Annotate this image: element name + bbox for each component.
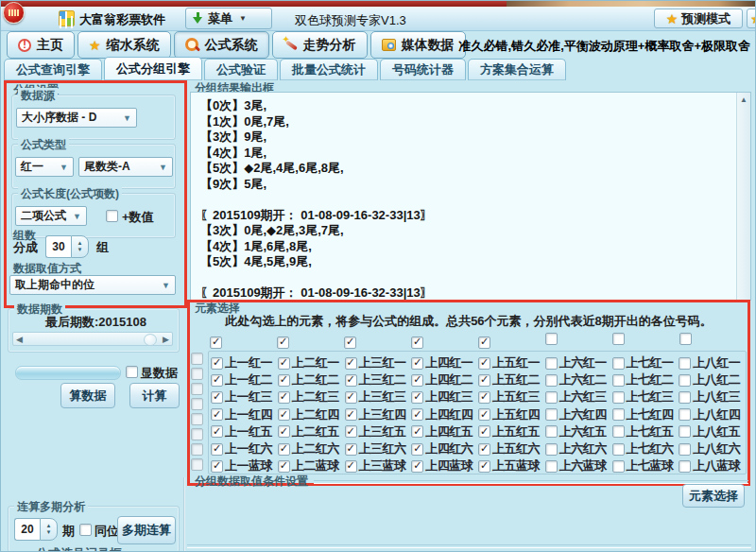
row-select-checkbox[interactable] bbox=[191, 398, 203, 410]
toolbar-item-media-data[interactable]: 媒体数据 bbox=[370, 31, 466, 59]
same-position-checkbox[interactable] bbox=[79, 524, 92, 536]
element-checkbox[interactable] bbox=[612, 391, 625, 404]
element-checkbox[interactable] bbox=[478, 391, 490, 404]
tab-number-statistics[interactable]: 号码统计器 bbox=[380, 59, 466, 80]
element-checkbox[interactable] bbox=[278, 460, 290, 473]
element-checkbox-item[interactable]: 上七红二 bbox=[612, 371, 679, 388]
element-checkbox-item[interactable]: 上八红一 bbox=[679, 354, 746, 371]
element-checkbox[interactable] bbox=[345, 408, 357, 421]
element-checkbox-item[interactable]: 上二红三 bbox=[278, 388, 345, 405]
element-checkbox[interactable] bbox=[612, 460, 625, 473]
element-checkbox-item[interactable]: 上六红六 bbox=[545, 440, 612, 457]
element-checkbox-item[interactable]: 上四红一 bbox=[411, 354, 478, 371]
column-select-checkbox[interactable] bbox=[545, 333, 558, 345]
element-checkbox-item[interactable]: 上四红六 bbox=[411, 440, 478, 457]
toolbar-item-home[interactable]: ! 主页 bbox=[7, 31, 75, 59]
element-checkbox-item[interactable]: 上一红三 bbox=[211, 388, 278, 405]
element-checkbox-item[interactable]: 上八红六 bbox=[679, 440, 746, 457]
element-checkbox[interactable] bbox=[278, 374, 290, 387]
scroll-right-icon[interactable]: ▶ bbox=[163, 335, 169, 344]
data-source-select[interactable]: 大小序数据 - D ▼ bbox=[16, 108, 137, 128]
element-checkbox[interactable] bbox=[545, 460, 558, 473]
column-select-checkbox[interactable] bbox=[478, 336, 490, 349]
scroll-left-icon[interactable]: ◀ bbox=[16, 335, 23, 344]
element-checkbox[interactable] bbox=[679, 391, 691, 404]
element-checkbox[interactable] bbox=[411, 408, 423, 421]
element-checkbox-item[interactable]: 上一蓝球 bbox=[211, 457, 278, 474]
element-checkbox-item[interactable]: 上二红六 bbox=[278, 440, 345, 457]
column-select-checkbox[interactable] bbox=[344, 336, 356, 349]
element-checkbox-item[interactable]: 上六红一 bbox=[545, 354, 612, 371]
element-checkbox[interactable] bbox=[679, 357, 691, 370]
element-checkbox[interactable] bbox=[411, 357, 423, 370]
column-select-checkbox[interactable] bbox=[277, 336, 289, 349]
element-checkbox[interactable] bbox=[679, 460, 691, 473]
element-checkbox-item[interactable]: 上二红二 bbox=[278, 371, 345, 388]
toolbar-item-shrink-system[interactable]: ★ 缩水系统 bbox=[77, 31, 171, 59]
element-checkbox-item[interactable]: 上八红二 bbox=[679, 371, 746, 388]
element-checkbox[interactable] bbox=[612, 374, 625, 387]
element-checkbox[interactable] bbox=[545, 357, 558, 370]
column-select-checkbox[interactable] bbox=[612, 333, 625, 345]
element-checkbox[interactable] bbox=[679, 374, 691, 387]
element-checkbox-item[interactable]: 上二红一 bbox=[278, 354, 345, 371]
scrollbar-thumb[interactable] bbox=[144, 334, 157, 346]
element-checkbox-item[interactable]: 上四红四 bbox=[411, 406, 478, 423]
element-checkbox-item[interactable]: 上六蓝球 bbox=[545, 457, 612, 474]
formula-type-select-2[interactable]: 尾数类-A ▼ bbox=[78, 157, 173, 177]
element-checkbox[interactable] bbox=[478, 374, 490, 387]
tab-formula-group-engine[interactable]: 公式分组引擎 bbox=[104, 57, 202, 80]
element-checkbox-item[interactable]: 上六红三 bbox=[545, 388, 612, 405]
element-checkbox-item[interactable]: 上七红三 bbox=[612, 388, 679, 405]
element-checkbox[interactable] bbox=[411, 460, 423, 473]
element-checkbox[interactable] bbox=[612, 408, 625, 421]
row-select-checkbox[interactable] bbox=[191, 413, 203, 425]
group-count-stepper[interactable]: 30 ▲▼ bbox=[45, 235, 89, 258]
element-checkbox-item[interactable]: 上三蓝球 bbox=[345, 457, 412, 474]
element-checkbox-item[interactable]: 上二红五 bbox=[278, 423, 345, 440]
element-checkbox-item[interactable]: 上四红二 bbox=[411, 371, 478, 388]
element-checkbox-item[interactable]: 上五红三 bbox=[478, 388, 545, 405]
element-checkbox-item[interactable]: 上七蓝球 bbox=[612, 457, 679, 474]
element-checkbox-item[interactable]: 上七红六 bbox=[612, 440, 679, 457]
element-checkbox-item[interactable]: 上五红五 bbox=[478, 423, 545, 440]
element-checkbox-item[interactable]: 上一红六 bbox=[211, 440, 278, 457]
element-checkbox-item[interactable]: 上二红四 bbox=[278, 406, 345, 423]
show-data-checkbox[interactable] bbox=[126, 366, 138, 378]
row-select-checkbox[interactable] bbox=[191, 368, 203, 380]
scroll-up-icon[interactable]: ▲ bbox=[740, 95, 747, 300]
element-checkbox-item[interactable]: 上一红五 bbox=[211, 423, 278, 440]
element-checkbox[interactable] bbox=[278, 425, 290, 438]
element-checkbox[interactable] bbox=[679, 443, 691, 456]
row-select-checkbox[interactable] bbox=[191, 428, 203, 440]
column-select-checkbox[interactable] bbox=[411, 336, 423, 349]
element-checkbox-item[interactable]: 上六红四 bbox=[545, 406, 612, 423]
element-checkbox[interactable] bbox=[411, 425, 423, 438]
element-checkbox[interactable] bbox=[211, 460, 223, 473]
row-select-checkbox[interactable] bbox=[191, 353, 203, 365]
element-checkbox-item[interactable]: 上五蓝球 bbox=[478, 457, 545, 474]
element-checkbox-item[interactable]: 上五红一 bbox=[478, 354, 545, 371]
multi-period-calc-button[interactable]: 多期连算 bbox=[117, 516, 176, 544]
element-checkbox[interactable] bbox=[345, 374, 357, 387]
calc-data-button[interactable]: 算数据 bbox=[60, 383, 115, 408]
element-checkbox[interactable] bbox=[545, 408, 558, 421]
element-checkbox-item[interactable]: 上三红一 bbox=[345, 354, 412, 371]
element-checkbox-item[interactable]: 上四红五 bbox=[411, 423, 478, 440]
column-select-checkbox[interactable] bbox=[210, 336, 222, 349]
formula-length-select[interactable]: 二项公式 ▼ bbox=[15, 206, 87, 226]
toolbar-item-trend-analysis[interactable]: 走势分析 bbox=[272, 31, 368, 59]
tab-formula-query-engine[interactable]: 公式查询引擎 bbox=[4, 59, 102, 80]
element-checkbox[interactable] bbox=[278, 357, 290, 370]
value-method-select[interactable]: 取上期命中的位 ▼ bbox=[9, 275, 176, 295]
element-checkbox-item[interactable]: 上七红五 bbox=[612, 423, 679, 440]
element-checkbox[interactable] bbox=[478, 443, 490, 456]
element-checkbox[interactable] bbox=[345, 425, 357, 438]
element-checkbox-item[interactable]: 上八红四 bbox=[679, 406, 746, 423]
plus-value-checkbox[interactable] bbox=[106, 210, 118, 222]
element-checkbox-item[interactable]: 上二蓝球 bbox=[278, 457, 345, 474]
element-checkbox[interactable] bbox=[211, 391, 223, 404]
element-checkbox[interactable] bbox=[545, 443, 558, 456]
element-checkbox-item[interactable]: 上五红六 bbox=[478, 440, 545, 457]
menu-button[interactable]: 菜单 ▼ bbox=[185, 8, 272, 29]
